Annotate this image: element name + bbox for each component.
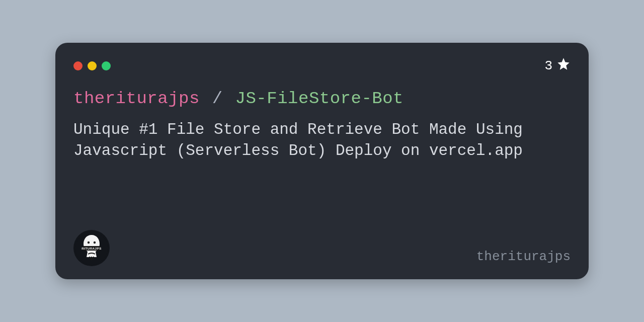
minimize-icon[interactable] xyxy=(88,61,97,70)
svg-text:RITURAJPS: RITURAJPS xyxy=(82,247,102,250)
repo-separator: / xyxy=(212,89,223,108)
svg-point-4 xyxy=(94,242,96,244)
maximize-icon[interactable] xyxy=(102,61,111,70)
close-icon[interactable] xyxy=(73,61,83,70)
star-count-value: 3 xyxy=(544,58,552,73)
repo-path: theriturajps / JS-FileStore-Bot xyxy=(73,89,571,108)
footer-handle: theriturajps xyxy=(476,249,571,266)
avatar-icon: RITURAJPS xyxy=(75,232,108,264)
repo-name[interactable]: JS-FileStore-Bot xyxy=(235,89,404,108)
avatar[interactable]: RITURAJPS xyxy=(73,230,110,266)
star-icon xyxy=(556,57,571,75)
traffic-lights xyxy=(73,61,111,70)
repo-description: Unique #1 File Store and Retrieve Bot Ma… xyxy=(73,119,546,162)
svg-point-3 xyxy=(88,242,90,244)
star-count: 3 xyxy=(544,57,571,75)
repo-card: 3 theriturajps / JS-FileStore-Bot Unique… xyxy=(55,43,589,279)
titlebar: 3 xyxy=(73,57,571,75)
card-footer: RITURAJPS theriturajps xyxy=(73,230,571,266)
repo-owner[interactable]: theriturajps xyxy=(73,89,200,108)
